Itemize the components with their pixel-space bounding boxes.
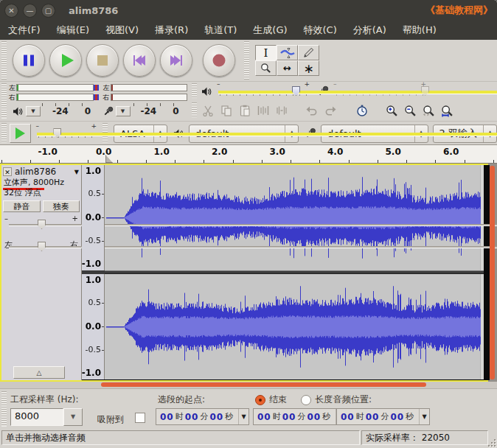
status-bar: 单击并拖动选择音频 实际采样率： 22050 xyxy=(0,428,497,448)
vertical-ruler-channel-1[interactable]: 1.0 0.5 0.0 -0.5 -1.0 xyxy=(82,165,105,270)
menu-file[interactable]: 文件(F) xyxy=(0,21,49,40)
timeline-ruler[interactable]: -1.0 0.0 1.0 2.0 3.0 4.0 5.0 6.0 xyxy=(0,144,497,164)
time-digits[interactable]: 00 xyxy=(282,412,296,422)
play-button[interactable] xyxy=(49,44,82,77)
edit-toolbar-grip[interactable] xyxy=(192,102,197,117)
pan-slider[interactable]: 左右 xyxy=(9,242,74,253)
pan-right-label: 右 xyxy=(70,239,78,251)
window-maximize-button[interactable]: ▢ xyxy=(41,4,55,18)
horizontal-scrollbar-thumb[interactable] xyxy=(101,382,426,387)
stop-button[interactable] xyxy=(86,44,119,77)
play-at-speed-button[interactable] xyxy=(10,124,32,143)
selection-start-field[interactable]: 00时 00分 00秒 ▼ xyxy=(156,408,249,425)
paste-button[interactable] xyxy=(235,102,254,119)
redo-button[interactable] xyxy=(321,102,339,119)
zoom-out-button[interactable] xyxy=(401,102,420,119)
waveform-channel-1[interactable] xyxy=(105,165,484,270)
track-name: alim8786 xyxy=(12,167,74,177)
vertical-ruler-channel-2[interactable]: 1.0 0.5 0.0 -0.5 -1.0 xyxy=(82,274,105,379)
silence-audio-button[interactable] xyxy=(272,102,291,119)
draw-tool-button[interactable] xyxy=(298,45,319,60)
pencil-icon xyxy=(303,47,314,58)
waveform-channel-2[interactable] xyxy=(105,274,484,379)
vertical-scrollbar[interactable] xyxy=(490,166,495,379)
window-close-button[interactable]: ✕ xyxy=(4,4,18,18)
record-button[interactable] xyxy=(203,44,235,77)
menu-analyze[interactable]: 分析(A) xyxy=(345,21,395,40)
time-digits[interactable]: 00 xyxy=(366,412,380,422)
resize-grip[interactable] xyxy=(487,438,496,447)
ruler-label: 1.0 xyxy=(86,166,101,176)
menu-effect[interactable]: 特效(C) xyxy=(296,21,345,40)
recording-meter[interactable]: 左 右 ▼ -24 0 xyxy=(102,82,188,120)
playback-meter-dropdown[interactable]: ▼ xyxy=(26,106,41,116)
time-digits[interactable]: 00 xyxy=(185,412,199,422)
gain-slider[interactable]: –+ xyxy=(9,220,74,231)
watermark-text: 《基础教程网》 xyxy=(425,4,493,17)
recording-meter-left-bar[interactable] xyxy=(111,84,188,91)
fit-project-button[interactable] xyxy=(438,102,456,119)
menu-edit[interactable]: 编辑(E) xyxy=(49,21,97,40)
zoom-tool-button[interactable] xyxy=(255,60,277,76)
track-close-button[interactable]: ✕ xyxy=(3,167,12,176)
selection-toolbar-grip[interactable] xyxy=(1,391,7,427)
dropdown-arrow-icon[interactable]: ▼ xyxy=(419,409,429,424)
menu-tracks[interactable]: 轨道(T) xyxy=(196,21,245,40)
timeline-label: 3.0 xyxy=(270,147,285,157)
recording-meter-dropdown[interactable]: ▼ xyxy=(116,106,131,116)
time-digits[interactable]: 00 xyxy=(257,412,271,422)
horizontal-scrollbar[interactable] xyxy=(0,382,497,388)
project-rate-select[interactable]: 8000 ▼ xyxy=(10,408,83,426)
fit-selection-button[interactable] xyxy=(420,102,438,119)
mute-button[interactable]: 静音 xyxy=(3,200,41,212)
pause-button[interactable] xyxy=(13,44,45,77)
playback-meter-left-bar[interactable] xyxy=(16,84,94,91)
dropdown-arrow-icon[interactable]: ▼ xyxy=(63,408,83,426)
menu-view[interactable]: 视图(V) xyxy=(97,21,147,40)
skip-to-start-button[interactable] xyxy=(123,44,156,77)
transcription-toolbar-grip[interactable] xyxy=(1,123,7,142)
output-volume-slider[interactable]: –+ xyxy=(218,86,308,97)
audio-position-field[interactable]: 00时 00分 00秒 ▼ xyxy=(336,408,430,425)
tools-toolbar-grip[interactable] xyxy=(244,41,249,80)
mixer-toolbar-grip[interactable] xyxy=(192,83,197,98)
selection-end-field[interactable]: 00时 00分 00秒 ▼ xyxy=(253,408,347,425)
sync-lock-button[interactable] xyxy=(352,102,371,119)
time-digits[interactable]: 00 xyxy=(160,412,174,422)
skip-to-end-button[interactable] xyxy=(160,44,192,77)
title-bar[interactable]: ✕ — ▢ alim8786 《基础教程网》 xyxy=(0,0,497,21)
playback-speed-slider[interactable]: –+ xyxy=(37,128,95,139)
radio-length[interactable]: 长度 xyxy=(301,393,333,406)
multi-tool-button[interactable]: ∗ xyxy=(298,60,319,76)
menu-generate[interactable]: 生成(G) xyxy=(245,21,295,40)
envelope-tool-button[interactable] xyxy=(277,45,298,60)
track-menu-arrow-icon[interactable]: ▼ xyxy=(74,169,81,175)
menu-help[interactable]: 帮助(H) xyxy=(395,21,445,40)
menu-transport[interactable]: 播录(R) xyxy=(147,21,196,40)
input-volume-slider[interactable]: –+ xyxy=(335,86,425,97)
time-digits[interactable]: 00 xyxy=(390,412,404,422)
playback-meter[interactable]: 左 右 ▼ -24 0 xyxy=(8,82,94,120)
playback-meter-scale: ▼ -24 0 xyxy=(8,102,94,120)
timeshift-tool-button[interactable]: ↔ xyxy=(277,60,298,76)
dropdown-arrow-icon[interactable]: ▼ xyxy=(238,409,248,424)
undo-button[interactable] xyxy=(302,102,321,119)
window-minimize-button[interactable]: — xyxy=(23,4,37,18)
zoom-in-button[interactable] xyxy=(383,102,401,119)
project-rate-value: 8000 xyxy=(10,408,63,426)
time-digits[interactable]: 00 xyxy=(341,412,355,422)
transport-toolbar-grip[interactable] xyxy=(1,41,7,80)
solo-button[interactable]: 独奏 xyxy=(43,200,80,212)
copy-button[interactable] xyxy=(217,102,235,119)
time-digits[interactable]: 00 xyxy=(209,412,223,422)
radio-end[interactable]: 结束 xyxy=(255,393,287,406)
playback-meter-right-bar[interactable] xyxy=(16,94,94,101)
meter-toolbar-grip[interactable] xyxy=(1,83,7,119)
snap-to-checkbox[interactable] xyxy=(135,413,145,423)
collapse-track-button[interactable]: △ xyxy=(13,366,65,379)
time-digits[interactable]: 00 xyxy=(307,412,321,422)
recording-meter-right-bar[interactable] xyxy=(111,94,188,101)
selection-tool-button[interactable]: I xyxy=(255,45,277,60)
cut-button[interactable] xyxy=(198,102,217,119)
trim-audio-button[interactable] xyxy=(254,102,272,119)
